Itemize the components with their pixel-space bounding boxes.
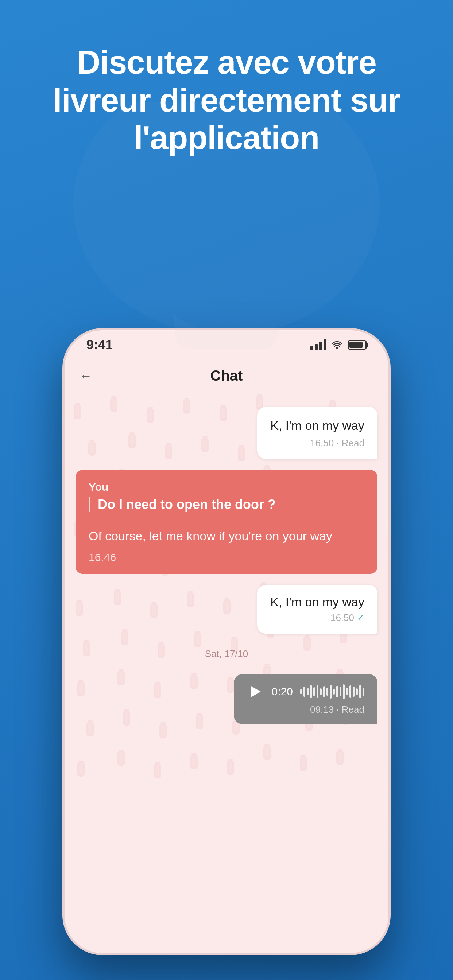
wave-20 xyxy=(362,687,364,695)
voice-waveform xyxy=(300,684,364,699)
messages-list: K, I'm on my way 16.50 · Read You Do I n… xyxy=(65,392,388,953)
message-text-1: K, I'm on my way xyxy=(270,417,364,434)
message-meta-1: 16.50 · Read xyxy=(270,438,364,449)
battery-fill xyxy=(349,342,362,348)
message-card-quote: Do I need to open the door ? xyxy=(89,497,364,512)
wave-17 xyxy=(353,687,354,697)
wave-4 xyxy=(310,685,312,698)
date-divider: Sat, 17/10 xyxy=(75,648,378,660)
wave-11 xyxy=(333,689,335,695)
status-time: 9:41 xyxy=(86,337,113,353)
phone-mockup: 9:41 ← xyxy=(62,328,391,955)
svg-marker-5 xyxy=(250,686,261,697)
wave-18 xyxy=(356,688,358,695)
status-icons xyxy=(310,339,367,351)
wave-8 xyxy=(323,686,325,697)
play-button[interactable] xyxy=(247,683,265,700)
wave-15 xyxy=(346,688,348,695)
wave-19 xyxy=(359,685,361,698)
phone-notch xyxy=(175,330,278,348)
chat-title: Chat xyxy=(211,368,243,384)
nav-bar: ← Chat xyxy=(65,360,388,392)
hero-section: Discutez avec votre livreur directement … xyxy=(0,0,453,157)
read-checkmark-icon: ✓ xyxy=(357,612,364,623)
wave-1 xyxy=(300,689,302,694)
chat-area: K, I'm on my way 16.50 · Read You Do I n… xyxy=(65,392,388,953)
signal-bar-3 xyxy=(319,342,322,350)
battery-icon xyxy=(348,340,367,350)
signal-bar-4 xyxy=(324,339,327,350)
phone-frame: 9:41 ← xyxy=(62,328,391,955)
message-meta-2: 16.50 ✓ xyxy=(270,612,364,624)
wave-2 xyxy=(303,687,305,697)
message-card: You Do I need to open the door ? Of cour… xyxy=(75,470,378,574)
message-time-2: 16.50 xyxy=(330,612,354,624)
wave-9 xyxy=(327,687,328,695)
message-card-response: Of course, let me know if you're on your… xyxy=(89,527,364,546)
wave-14 xyxy=(343,684,345,699)
hero-title: Discutez avec votre livreur directement … xyxy=(44,44,409,157)
date-line-right xyxy=(255,654,378,654)
wave-12 xyxy=(336,686,338,697)
message-card-inner: You Do I need to open the door ? xyxy=(75,470,378,512)
wave-7 xyxy=(320,688,322,695)
voice-content: 0:20 xyxy=(247,683,364,700)
signal-bar-1 xyxy=(310,346,313,350)
voice-duration: 0:20 xyxy=(272,686,293,698)
message-card-question: Do I need to open the door ? xyxy=(98,497,364,512)
date-label: Sat, 17/10 xyxy=(205,648,248,660)
signal-bar-2 xyxy=(315,344,318,350)
wave-6 xyxy=(317,686,318,698)
date-line-left xyxy=(75,654,198,654)
voice-message: 0:20 xyxy=(234,674,378,724)
wave-13 xyxy=(340,687,341,696)
message-outgoing-1: K, I'm on my way 16.50 · Read xyxy=(257,407,378,459)
message-text-2: K, I'm on my way xyxy=(270,595,364,609)
wave-5 xyxy=(313,687,315,696)
wave-3 xyxy=(307,688,309,695)
wave-16 xyxy=(349,686,351,698)
message-card-time: 16.46 xyxy=(75,546,378,574)
svg-point-1 xyxy=(336,347,338,349)
message-outgoing-2: K, I'm on my way 16.50 ✓ xyxy=(257,585,378,634)
message-card-sender: You xyxy=(89,481,364,493)
message-card-body: Of course, let me know if you're on your… xyxy=(75,520,378,546)
voice-meta: 09.13 · Read xyxy=(247,704,364,715)
back-button[interactable]: ← xyxy=(79,368,92,383)
wave-10 xyxy=(330,685,332,698)
signal-bars-icon xyxy=(310,339,327,350)
wifi-icon xyxy=(332,339,343,351)
